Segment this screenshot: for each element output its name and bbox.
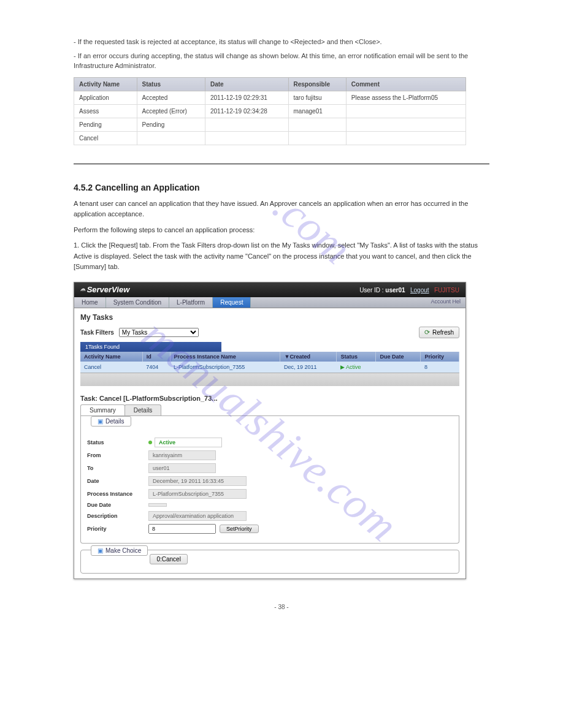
title-bar: 𝄐 ServerView User ID : user01 Logout FUJ… xyxy=(74,282,465,297)
from-value: kanrisyainm xyxy=(148,450,216,460)
user-label: User ID : xyxy=(359,287,383,294)
details-legend[interactable]: ▣ Details xyxy=(91,416,131,427)
step-text: 1. Click the [Request] tab. From the Tas… xyxy=(74,240,489,273)
make-choice-legend[interactable]: ▣ Make Choice xyxy=(91,545,148,556)
priority-input[interactable] xyxy=(148,524,216,534)
table-row: ApplicationAccepted2011-12-19 02:29:31ta… xyxy=(74,91,466,104)
grid-footer xyxy=(80,373,459,386)
refresh-button[interactable]: ⟳ Refresh xyxy=(419,327,459,338)
description-value: Approval/examination application xyxy=(148,511,247,521)
status-dot-icon xyxy=(148,441,152,444)
cancel-button[interactable]: 0:Cancel xyxy=(150,554,187,564)
make-choice-panel: ▣ Make Choice 0:Cancel xyxy=(80,550,459,574)
col-status: Status xyxy=(137,77,205,91)
date-label: Date xyxy=(87,478,148,484)
user-id: user01 xyxy=(385,287,405,294)
date-value: December, 19 2011 16:33:45 xyxy=(148,476,247,486)
main-tabs: Home System Condition L-Platform Request… xyxy=(74,297,465,308)
col-process-instance[interactable]: Process Instance Name xyxy=(170,352,280,362)
tasks-grid[interactable]: Activity Name Id Process Instance Name ▼… xyxy=(80,352,459,373)
task-filters-label: Task Filters xyxy=(80,329,114,336)
table-row: AssessAccepted (Error)2011-12-19 02:34:2… xyxy=(74,104,466,118)
active-icon: ▶ xyxy=(340,364,346,370)
tab-system-condition[interactable]: System Condition xyxy=(106,297,169,308)
col-comment: Comment xyxy=(346,77,465,91)
minus-icon: ▣ xyxy=(98,418,103,425)
my-tasks-heading: My Tasks xyxy=(80,313,459,322)
details-panel: ▣ Details Status Active From kanrisyainm… xyxy=(80,416,459,544)
col-date: Date xyxy=(205,77,289,91)
col-activity-name: Activity Name xyxy=(74,77,137,91)
process-instance-label: Process Instance xyxy=(87,491,148,497)
col-activity-name[interactable]: Activity Name xyxy=(80,352,142,362)
due-date-value xyxy=(148,503,167,507)
task-filters-select[interactable]: My Tasks xyxy=(119,328,199,337)
table-row: PendingPending xyxy=(74,118,466,131)
col-due-date[interactable]: Due Date xyxy=(376,352,421,362)
col-responsible: Responsible xyxy=(288,77,346,91)
tab-l-platform[interactable]: L-Platform xyxy=(169,297,213,308)
process-instance-value: L-PlatformSubscription_7355 xyxy=(148,489,247,499)
minus-icon: ▣ xyxy=(98,547,103,554)
col-created[interactable]: ▼Created xyxy=(280,352,337,362)
activity-history-table: Activity Name Status Date Responsible Co… xyxy=(74,77,466,145)
refresh-icon: ⟳ xyxy=(424,328,430,336)
section-heading: 4.5.2 Cancelling an Application xyxy=(74,183,489,192)
account-link[interactable]: Account Hel xyxy=(431,298,461,305)
tab-home[interactable]: Home xyxy=(74,297,106,308)
from-label: From xyxy=(87,452,148,458)
to-label: To xyxy=(87,465,148,471)
vendor-logo: FUJITSU xyxy=(434,287,459,294)
tab-summary[interactable]: Summary xyxy=(80,404,125,415)
tasks-found-bar: 1Tasks Found xyxy=(80,342,221,352)
table-row: Cancel xyxy=(74,131,466,145)
priority-label: Priority xyxy=(87,526,148,532)
tab-request[interactable]: Request xyxy=(213,297,251,308)
col-id[interactable]: Id xyxy=(142,352,170,362)
status-label: Status xyxy=(87,439,148,446)
page-number: - 38 - xyxy=(274,604,288,610)
logout-link[interactable]: Logout xyxy=(410,287,429,294)
col-status[interactable]: Status xyxy=(337,352,376,362)
brand-logo: 𝄐 ServerView xyxy=(80,285,129,295)
text-intro: - If the requested task is rejected at a… xyxy=(74,37,489,71)
task-row[interactable]: Cancel 7404 L-PlatformSubscription_7355 … xyxy=(80,362,459,373)
serverview-window: manualshive.com 𝄐 ServerView User ID : u… xyxy=(74,282,466,579)
paragraph: A tenant user can cancel an application … xyxy=(74,199,489,220)
to-value: user01 xyxy=(148,463,216,473)
inner-tabs: Summary Details xyxy=(80,404,459,416)
divider xyxy=(74,164,489,164)
col-priority[interactable]: Priority xyxy=(421,352,459,362)
paragraph: Perform the following steps to cancel an… xyxy=(74,225,489,236)
due-date-label: Due Date xyxy=(87,502,148,508)
tab-details[interactable]: Details xyxy=(124,404,162,415)
task-title: Task: Cancel [L-PlatformSubscription_73.… xyxy=(80,395,459,402)
description-label: Description xyxy=(87,513,148,519)
set-priority-button[interactable]: SetPriority xyxy=(220,525,259,533)
status-value: Active xyxy=(155,438,222,447)
